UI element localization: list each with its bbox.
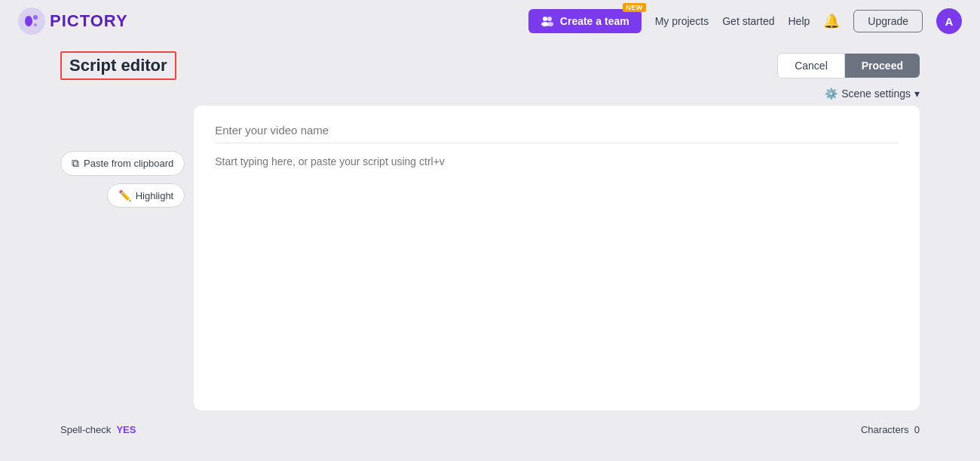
proceed-button[interactable]: Proceed xyxy=(845,54,920,78)
highlight-label: Highlight xyxy=(136,190,174,201)
svg-point-1 xyxy=(25,16,32,26)
paste-from-clipboard-button[interactable]: ⧉ Paste from clipboard xyxy=(60,151,185,176)
chevron-down-icon: ▾ xyxy=(914,88,920,100)
bell-icon[interactable]: 🔔 xyxy=(823,13,840,29)
title-actions: Cancel Proceed xyxy=(777,53,920,78)
title-row: Script editor Cancel Proceed xyxy=(60,51,920,80)
footer-bar: Spell-check YES Characters 0 xyxy=(0,416,980,435)
svg-point-2 xyxy=(33,15,38,20)
highlight-icon: ✏️ xyxy=(118,189,131,201)
characters-label: Characters xyxy=(861,424,909,435)
highlight-button[interactable]: ✏️ Highlight xyxy=(107,183,185,207)
clipboard-icon: ⧉ xyxy=(72,157,79,170)
svg-point-7 xyxy=(547,22,553,26)
header: PICTORY Create a team NEW My projects Ge… xyxy=(0,0,980,42)
svg-point-3 xyxy=(34,23,37,26)
create-team-button[interactable]: Create a team NEW xyxy=(528,9,642,33)
paste-label: Paste from clipboard xyxy=(84,158,173,169)
gear-icon: ⚙️ xyxy=(825,88,838,100)
editor-card xyxy=(194,106,920,410)
team-icon xyxy=(541,16,554,26)
scene-settings-label: Scene settings xyxy=(841,88,911,100)
new-badge: NEW xyxy=(623,3,646,12)
video-name-input[interactable] xyxy=(215,124,899,143)
upgrade-button[interactable]: Upgrade xyxy=(853,10,923,32)
cancel-button[interactable]: Cancel xyxy=(777,53,845,78)
page-title: Script editor xyxy=(60,51,176,80)
create-team-label: Create a team xyxy=(560,15,629,27)
characters-value: 0 xyxy=(914,424,920,435)
logo: PICTORY xyxy=(18,8,128,35)
help-link[interactable]: Help xyxy=(789,15,810,27)
avatar: A xyxy=(936,8,962,34)
script-textarea[interactable] xyxy=(215,155,899,397)
sidebar-tools: ⧉ Paste from clipboard ✏️ Highlight xyxy=(60,106,185,410)
my-projects-link[interactable]: My projects xyxy=(655,15,709,27)
spell-check: Spell-check YES xyxy=(60,424,136,435)
svg-point-5 xyxy=(547,17,552,21)
spell-check-toggle[interactable]: YES xyxy=(116,424,136,435)
spell-check-label: Spell-check xyxy=(60,424,111,435)
logo-icon xyxy=(18,8,45,35)
get-started-link[interactable]: Get started xyxy=(722,15,774,27)
characters-count: Characters 0 xyxy=(861,424,920,435)
svg-point-4 xyxy=(543,17,547,21)
header-right: Create a team NEW My projects Get starte… xyxy=(528,8,962,34)
logo-text: PICTORY xyxy=(50,11,128,31)
scene-settings-row: ⚙️ Scene settings ▾ xyxy=(60,88,920,100)
main-content: Script editor Cancel Proceed ⚙️ Scene se… xyxy=(0,42,980,410)
scene-settings-button[interactable]: ⚙️ Scene settings ▾ xyxy=(825,88,920,100)
editor-wrapper: ⧉ Paste from clipboard ✏️ Highlight xyxy=(60,106,920,410)
